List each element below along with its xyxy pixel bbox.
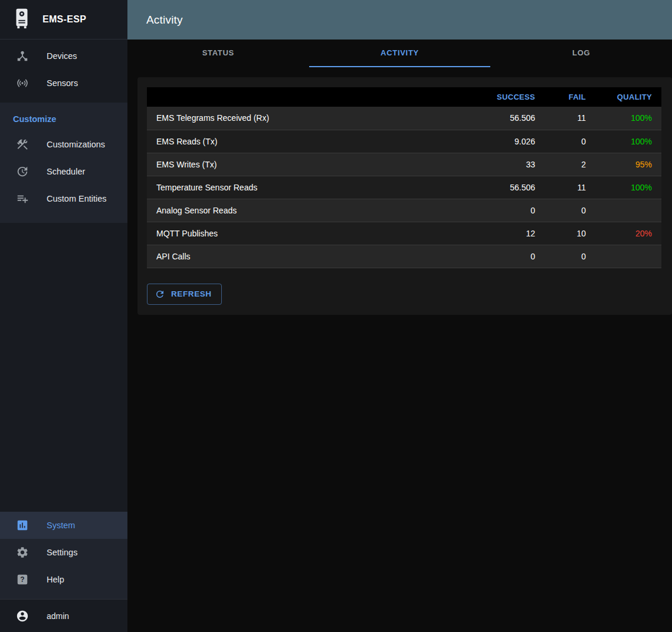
gear-icon xyxy=(15,545,29,559)
sidebar-item-label: System xyxy=(47,521,75,530)
metric-fail: 11 xyxy=(545,107,595,130)
metric-name: EMS Writes (Tx) xyxy=(147,153,474,176)
tab-bar: STATUS ACTIVITY LOG xyxy=(127,40,672,67)
sidebar-item-label: Settings xyxy=(47,548,77,557)
app-root: EMS-ESP Devices Se xyxy=(0,0,672,632)
table-row: API Calls 0 0 xyxy=(147,245,661,268)
tab-status[interactable]: STATUS xyxy=(127,40,309,67)
account-circle-icon xyxy=(15,609,29,623)
playlist-add-icon xyxy=(15,192,29,206)
tab-activity[interactable]: ACTIVITY xyxy=(309,40,491,67)
sidebar-item-label: Custom Entities xyxy=(47,194,107,203)
tab-log[interactable]: LOG xyxy=(490,40,672,67)
metric-name: Temperature Sensor Reads xyxy=(147,176,474,199)
metric-quality: 100% xyxy=(595,107,661,130)
metric-success: 9.026 xyxy=(474,130,545,153)
refresh-button-label: REFRESH xyxy=(171,289,212,298)
sidebar: EMS-ESP Devices Se xyxy=(0,0,127,632)
metric-fail: 0 xyxy=(545,245,595,268)
devices-icon xyxy=(15,49,29,63)
metric-name: EMS Reads (Tx) xyxy=(147,130,474,153)
help-icon: ? xyxy=(15,572,29,587)
refresh-button[interactable]: REFRESH xyxy=(147,284,222,305)
tools-icon xyxy=(15,137,29,152)
sidebar-nav-top: Devices Sensors xyxy=(0,40,127,103)
sidebar-item-settings[interactable]: Settings xyxy=(0,539,127,566)
activity-table-header: SUCCESS FAIL QUALITY xyxy=(147,87,661,107)
table-row: EMS Telegrams Received (Rx) 56.506 11 10… xyxy=(147,107,661,130)
sidebar-item-customizations[interactable]: Customizations xyxy=(0,131,127,158)
sidebar-item-devices[interactable]: Devices xyxy=(0,42,127,70)
table-row: Temperature Sensor Reads 56.506 11 100% xyxy=(147,176,661,199)
sidebar-item-scheduler[interactable]: Scheduler xyxy=(0,158,127,185)
column-header-name xyxy=(147,87,474,107)
sidebar-bottom-group: System Settings ? Help xyxy=(0,512,127,599)
sidebar-item-system[interactable]: System xyxy=(0,512,127,539)
metric-name: EMS Telegrams Received (Rx) xyxy=(147,107,474,130)
column-header-quality: QUALITY xyxy=(595,87,661,107)
app-logo-icon xyxy=(11,7,33,32)
metric-success: 0 xyxy=(474,199,545,222)
app-title: EMS-ESP xyxy=(42,14,86,25)
metric-success: 56.506 xyxy=(474,176,545,199)
table-row: MQTT Publishes 12 10 20% xyxy=(147,222,661,245)
sidebar-user-admin[interactable]: admin xyxy=(0,599,127,632)
customize-section-header: Customize xyxy=(0,103,127,131)
column-header-success: SUCCESS xyxy=(474,87,545,107)
metric-fail: 0 xyxy=(545,130,595,153)
sidebar-item-label: Customizations xyxy=(47,140,105,149)
sidebar-item-custom-entities[interactable]: Custom Entities xyxy=(0,185,127,212)
sidebar-spacer xyxy=(0,223,127,512)
metric-fail: 0 xyxy=(545,199,595,222)
sidebar-item-sensors[interactable]: Sensors xyxy=(0,70,127,97)
sidebar-item-label: Devices xyxy=(47,51,77,61)
appbar: Activity xyxy=(127,0,672,40)
table-row: EMS Writes (Tx) 33 2 95% xyxy=(147,153,661,176)
main-area: Activity STATUS ACTIVITY LOG SUCCESS FAI… xyxy=(127,0,672,632)
sidebar-item-label: Sensors xyxy=(47,78,78,88)
refresh-icon xyxy=(155,289,165,299)
metric-quality xyxy=(595,199,661,222)
metric-fail: 11 xyxy=(545,176,595,199)
bar-chart-icon xyxy=(15,518,29,532)
sidebar-item-label: Help xyxy=(47,575,64,584)
clock-update-icon xyxy=(15,164,29,179)
metric-quality: 20% xyxy=(595,222,661,245)
metric-success: 0 xyxy=(474,245,545,268)
metric-success: 33 xyxy=(474,153,545,176)
metric-quality xyxy=(595,245,661,268)
activity-table: SUCCESS FAIL QUALITY EMS Telegrams Recei… xyxy=(147,87,661,268)
table-row: EMS Reads (Tx) 9.026 0 100% xyxy=(147,130,661,153)
sidebar-user-label: admin xyxy=(47,611,69,621)
metric-fail: 10 xyxy=(545,222,595,245)
metric-success: 56.506 xyxy=(474,107,545,130)
table-row: Analog Sensor Reads 0 0 xyxy=(147,199,661,222)
metric-name: Analog Sensor Reads xyxy=(147,199,474,222)
metric-name: MQTT Publishes xyxy=(147,222,474,245)
metric-quality: 100% xyxy=(595,176,661,199)
metric-fail: 2 xyxy=(545,153,595,176)
sidebar-item-help[interactable]: ? Help xyxy=(0,566,127,593)
metric-quality: 95% xyxy=(595,153,661,176)
page-title: Activity xyxy=(146,14,183,27)
sidebar-item-label: Scheduler xyxy=(47,167,85,176)
sidebar-header: EMS-ESP xyxy=(0,0,127,40)
sidebar-customize-group: Customize Customizations Scheduler Custo… xyxy=(0,103,127,223)
content-area: SUCCESS FAIL QUALITY EMS Telegrams Recei… xyxy=(127,67,672,315)
column-header-fail: FAIL xyxy=(545,87,595,107)
metric-quality: 100% xyxy=(595,130,661,153)
metric-name: API Calls xyxy=(147,245,474,268)
svg-text:?: ? xyxy=(20,575,24,584)
sensors-icon xyxy=(15,76,29,90)
activity-card: SUCCESS FAIL QUALITY EMS Telegrams Recei… xyxy=(137,77,672,315)
metric-success: 12 xyxy=(474,222,545,245)
